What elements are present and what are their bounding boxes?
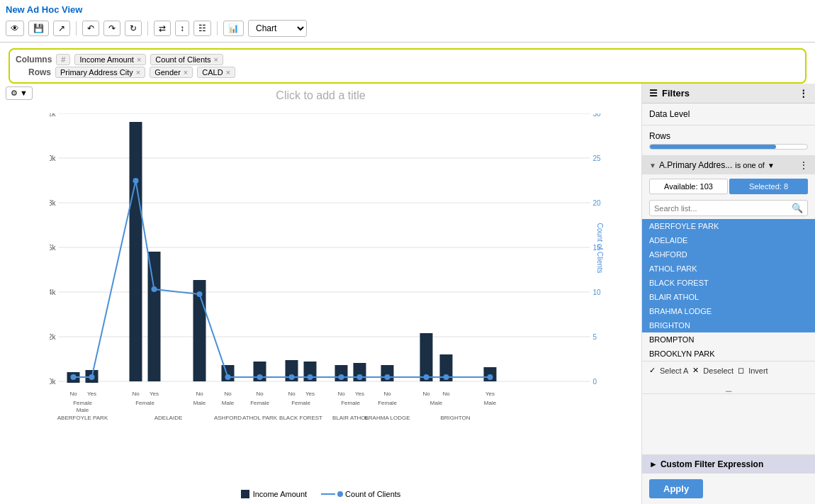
svg-text:No: No [224,391,232,397]
svg-text:12k: 12k [50,113,56,118]
svg-text:Yes: Yes [150,391,159,397]
rows-slider[interactable] [649,144,808,150]
view-mode-button[interactable]: 📊 [223,21,244,36]
collapse-icon[interactable]: ▼ [649,162,656,169]
invert-icon: ◻ [738,366,744,375]
cald-tag[interactable]: CALD × [197,67,235,78]
gender-close[interactable]: × [184,68,188,77]
svg-text:Male: Male [484,400,497,406]
svg-text:No: No [196,391,203,397]
dot-4 [152,286,157,292]
svg-text:Yes: Yes [355,391,364,397]
filter-group: ▼ A.Primary Addres... is one of ▼ ⋮ Avai… [642,156,815,394]
drag-handle: ⎯ [642,379,815,393]
chart-settings-button[interactable]: ⚙ ▼ [6,86,33,100]
save-button[interactable]: 💾 [28,21,49,36]
invert-button[interactable]: Invert [748,366,768,375]
filter-item-blairathol[interactable]: BLAIR ATHOL [642,290,815,304]
filter-item-brahma[interactable]: BRAHMA LODGE [642,304,815,318]
filter-item-brighton[interactable]: BRIGHTON [642,318,815,332]
filter-item-athol[interactable]: ATHOL PARK [642,262,815,276]
income-amount-tag[interactable]: Income Amount × [74,54,146,65]
selected-tab[interactable]: Selected: 8 [729,179,808,194]
chart-type-select[interactable]: Chart Table Crosstab [248,20,307,37]
gender-tag[interactable]: Gender × [150,67,193,78]
svg-text:ABERFOYLE PARK: ABERFOYLE PARK [57,415,108,421]
svg-text:25: 25 [593,155,602,162]
dot-2 [89,374,95,380]
deselect-button[interactable]: Deselect [703,366,734,375]
svg-text:2k: 2k [50,333,56,341]
search-icon: 🔍 [792,203,803,213]
count-clients-tag[interactable]: Count of Clients × [150,54,223,65]
bar-4 [148,252,161,381]
svg-text:Yes: Yes [87,391,96,397]
apply-button[interactable]: Apply [649,479,703,498]
chart-title[interactable]: Click to add a title [0,84,641,108]
eye-button[interactable]: 👁 [6,21,24,36]
grid-button[interactable]: ☷ [193,21,211,36]
dot-10 [339,374,344,380]
filter-group-name: A.Primary Addres... [659,160,732,170]
right-panel: ☰ Filters ⋮ Data Level Rows ▼ A.Primary … [641,84,815,504]
filter-group-menu-icon[interactable]: ⋮ [799,160,808,170]
sort-button[interactable]: ↕ [175,21,189,36]
custom-filter-arrow: ► [649,459,658,469]
filter-list: ABERFOYLE PARK ADELAIDE ASHFORD ATHOL PA… [642,219,815,361]
svg-text:Female: Female [341,400,360,406]
toolbar: 👁 💾 ↗ ↶ ↷ ↻ ⇄ ↕ ☷ 📊 Chart Table Crosstab [6,18,809,39]
filter-item-adelaide[interactable]: ADELAIDE [642,233,815,247]
dot-3 [133,178,139,184]
filter-item-aberfoyle[interactable]: ABERFOYLE PARK [642,219,815,233]
switch-button[interactable]: ⇄ [154,21,171,36]
custom-filter-header[interactable]: ► Custom Filter Expression [642,455,815,474]
search-input[interactable] [654,204,792,213]
chart-title-row: ⚙ ▼ Click to add a title [0,84,641,106]
filter-condition: is one of [735,161,765,169]
available-tab[interactable]: Available: 103 [649,179,728,194]
dot-7 [257,374,263,380]
svg-text:No: No [442,391,450,397]
chevron-down-icon[interactable]: ▼ [768,162,775,169]
primary-address-tag[interactable]: Primary Address City × [55,67,145,78]
gender-label: Gender [154,68,181,77]
svg-text:Male: Male [222,400,235,406]
svg-text:BLACK FOREST: BLACK FOREST [279,415,322,421]
svg-text:ASHFORD: ASHFORD [214,415,242,421]
data-level-section: Data Level [642,103,815,125]
filter-item-blackforest[interactable]: BLACK FOREST [642,276,815,290]
income-amount-close[interactable]: × [137,55,141,64]
svg-text:Female: Female [135,400,154,406]
export-button[interactable]: ↗ [53,21,70,36]
count-clients-close[interactable]: × [214,55,218,64]
undo-button[interactable]: ↶ [82,21,99,36]
filters-header: ☰ Filters ⋮ [642,84,815,103]
toolbar-separator-1 [76,21,77,35]
main-area: ⚙ ▼ Click to add a title 12k 10k 8k 6k 4… [0,84,815,504]
hash-icon: # [61,55,65,64]
filter-item-brompton[interactable]: BROMPTON [642,332,815,347]
svg-text:ADELAIDE: ADELAIDE [154,415,183,421]
columns-label: Columns [16,55,52,65]
svg-text:No: No [383,391,391,397]
redo-button[interactable]: ↷ [103,21,120,36]
legend-income: Income Amount [241,490,307,498]
refresh-button[interactable]: ↻ [125,21,142,36]
filter-item-ashford[interactable]: ASHFORD [642,247,815,262]
primary-address-close[interactable]: × [136,68,140,77]
svg-text:6k: 6k [50,244,56,252]
primary-address-label: Primary Address City [60,68,133,77]
custom-filter-label: Custom Filter Expression [661,459,763,469]
svg-text:Yes: Yes [485,391,495,397]
svg-text:Yes: Yes [305,391,315,397]
select-a-button[interactable]: Select A [660,366,688,375]
svg-text:Female: Female [73,400,92,406]
filters-options-icon[interactable]: ⋮ [799,88,808,99]
cald-close[interactable]: × [226,68,230,77]
filter-item-brooklyn[interactable]: BROOKLYN PARK [642,347,815,361]
chart-area: ⚙ ▼ Click to add a title 12k 10k 8k 6k 4… [0,84,641,504]
svg-text:No: No [337,391,345,397]
svg-text:BRIGHTON: BRIGHTON [440,415,470,421]
svg-text:ATHOL PARK: ATHOL PARK [242,415,278,421]
toolbar-separator-3 [217,21,218,35]
